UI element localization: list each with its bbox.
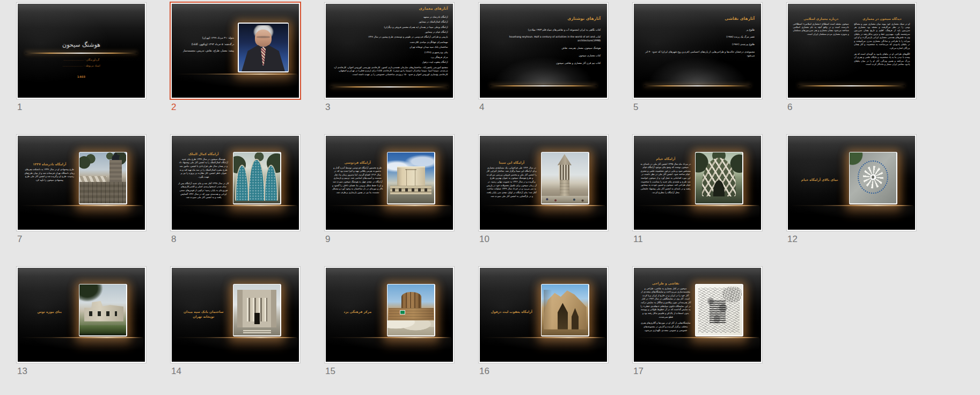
list-item: مهمانسرای جهانگردی میانه‌ی کلاردشت	[331, 41, 448, 43]
list-item: هوشنگ سیحون، معمار، هنرمند، نقاش	[486, 47, 601, 50]
byline: استاد مربوطه : .........................	[18, 64, 145, 67]
glow-shelf	[328, 337, 452, 338]
glow-dome	[495, 57, 591, 85]
slide-canvas: آرامگاه نادرشاه ۱۳۳۷طرح پیشنهادی او در س…	[18, 136, 145, 230]
slide-number: 17	[633, 365, 763, 377]
slide-thumbnail[interactable]: نقاشی و طراحیسیحون در کنار معماری به نقا…	[632, 266, 763, 363]
slide-cell: نقاشی و طراحیسیحون در کنار معماری به نقا…	[632, 266, 763, 377]
glow-shelf	[20, 205, 144, 206]
tus-museum-image	[79, 284, 126, 335]
slide-photo-frame	[695, 284, 743, 337]
list-item: عصر مرگ یک پرنده (۱۹۸۸)	[640, 35, 755, 39]
slide-canvas: آرامگاه کمال الملکهوشنگ سیحون در سال ۱۳۳…	[172, 136, 299, 230]
ferdowsi-tomb-image	[387, 152, 434, 203]
slide-thumbnail[interactable]: آرامگاه خیامدر مرداد ماه سال ۱۳۳۵ انجمن …	[632, 134, 763, 231]
slide-photo-frame	[79, 284, 127, 337]
slide-thumbnail[interactable]: نمای بالای آرامگاه خیام	[786, 134, 917, 231]
slide-number: 8	[171, 233, 301, 245]
body-paragraph: نمایشگاه‌هایی از آثار او در موزه‌ها و گا…	[640, 321, 691, 332]
slide-thumbnail[interactable]: مرکز فرهنگی یزد	[324, 266, 455, 363]
slide-canvas: آثارهای نوشتاریکتاب نگاهی به ایران (مجمو…	[480, 4, 607, 98]
glow-shelf	[174, 74, 298, 75]
photo-caption-label: مرکز فرهنگی یزد	[332, 309, 383, 314]
sepah-bank-image	[233, 284, 280, 335]
slide-number: 15	[325, 365, 455, 377]
slide-thumbnail[interactable]: آرامگاه فردوسیطرح نخستین آرامگاه فردوسی …	[324, 134, 455, 231]
slide-cell: دیدگاه سیحون در معماریاو در سبک معماری خ…	[786, 2, 917, 113]
slide-thumbnail[interactable]: بنای موزه توس	[16, 266, 147, 363]
slide-thumbnail[interactable]: ساختمان بانک سپه میدان توپخانه تهران	[170, 266, 301, 363]
slide-thumbnail[interactable]: آرامگاه کمال الملکهوشنگ سیحون در سال ۱۳۳…	[170, 134, 301, 231]
slide-cell: آرامگاه فردوسیطرح نخستین آرامگاه فردوسی …	[324, 134, 455, 245]
slide-canvas: آثارهای نقاشیطلوع پرعصر مرگ یک پرنده (۱۹…	[634, 4, 761, 98]
photo-art-layer	[710, 300, 726, 323]
slide-thumbnail[interactable]: آرامگاه یعقوب لیث دزفول	[478, 266, 609, 363]
photo-art-layer	[387, 320, 434, 336]
byline: گردآورندگان : .........................	[18, 58, 145, 61]
slide-heading: نقاشی و طراحی	[640, 281, 691, 285]
slide-cell: ساختمان بانک سپه میدان توپخانه تهران14	[170, 266, 301, 377]
glow-shelf	[20, 337, 144, 338]
photo-art-layer	[254, 313, 260, 324]
slide-canvas: بنای موزه توس	[18, 268, 145, 362]
body-paragraph: طرح پیشنهادی او در سال ۱۳۳۷ به دانشکده ه…	[24, 168, 75, 182]
yaqub-tomb-image	[542, 284, 588, 335]
photo-art-layer	[79, 284, 105, 304]
slide-thumbnail[interactable]: آرامگاه ابن سینادر سال ۱۳۲۴ طی فراخوانی،…	[478, 134, 609, 231]
photo-art-layer	[109, 160, 122, 182]
slide-thumbnail[interactable]: متولد: ۳۱ مرداد ۱۲۹۹ (تهران)درگذشته: ۵ خ…	[170, 2, 301, 100]
khayyam-tomb-image	[696, 152, 742, 203]
photo-art-layer	[397, 166, 425, 187]
slide-canvas: آرامگاه فردوسیطرح نخستین آرامگاه فردوسی …	[326, 136, 453, 230]
slide-number: 13	[17, 365, 147, 377]
bio-line: درگذشته: ۵ خرداد ۱۳۹۳ (ونکوور، کانادا)	[177, 43, 234, 46]
slide-thumbnail[interactable]: آثارهای نقاشیطلوع پرعصر مرگ یک پرنده (۱۹…	[632, 2, 763, 99]
nader-tomb-image	[79, 152, 126, 203]
slide-thumbnail[interactable]: آرامگاه نادرشاه ۱۳۳۷طرح پیشنهادی او در س…	[16, 134, 147, 231]
slide-canvas: نمای بالای آرامگاه خیام	[788, 136, 915, 230]
photo-art-layer	[542, 196, 588, 203]
slide-cell: آرامگاه خیامدر مرداد ماه سال ۱۳۳۵ انجمن …	[632, 134, 763, 245]
slide-photo-frame	[233, 284, 281, 337]
bio-line: متولد: ۳۱ مرداد ۱۲۹۹ (تهران)	[177, 36, 234, 39]
slide-thumbnail[interactable]: آثارهای معماریآرامگاه نادرشاه در مشهدآرا…	[324, 2, 455, 99]
slide-photo-frame	[849, 152, 897, 204]
slide-heading: آرامگاه کمال الملک	[178, 152, 229, 156]
slide-canvas: مرکز فرهنگی یزد	[326, 268, 453, 362]
list-item: کتاب houshang seyhoun. Half a century of…	[486, 35, 601, 43]
list-item: طلوع بیرجندی (۱۹۸۶)	[640, 43, 755, 47]
slide-text-block: آرامگاه ابن سینادر سال ۱۳۲۴ طی فراخوانی،…	[486, 160, 537, 201]
slide-canvas: آرامگاه ابن سینادر سال ۱۳۲۴ طی فراخوانی،…	[480, 136, 607, 230]
slide-photo-frame	[233, 152, 281, 204]
slide-thumbnail[interactable]: هوشنگ سیحونگردآورندگان : ...............…	[16, 2, 147, 99]
presentation-title: هوشنگ سیحون	[18, 41, 145, 48]
slide-text-block: نقاشی و طراحیسیحون در کنار معماری به نقا…	[640, 281, 691, 335]
slide-thumbnail[interactable]: دیدگاه سیحون در معماریاو در سبک معماری خ…	[786, 2, 917, 99]
portrait-image	[239, 24, 288, 72]
slide-thumbnail[interactable]: آثارهای نوشتاریکتاب نگاهی به ایران (مجمو…	[478, 2, 609, 99]
photo-art-layer	[89, 311, 117, 317]
slide-canvas: متولد: ۳۱ مرداد ۱۲۹۹ (تهران)درگذشته: ۵ خ…	[172, 4, 299, 98]
slide-heading: آرامگاه فردوسی	[332, 160, 383, 164]
avicenna-tomb-image	[542, 152, 588, 203]
photo-art-layer	[255, 30, 272, 47]
kamal-tomb-image	[233, 152, 280, 203]
body-paragraph: در مرداد ماه سال ۱۳۳۵ انجمن آثار ملی در …	[640, 163, 691, 195]
slide-cell: بنای موزه توس13	[16, 266, 147, 377]
slide-text-block: آرامگاه کمال الملکهوشنگ سیحون در سال ۱۳۳…	[178, 152, 229, 202]
glow-shelf	[637, 337, 760, 338]
slide-number: 14	[171, 365, 301, 377]
text-column-left: درباره معماری اسلامیسیحون معتقد است اصطل…	[793, 17, 849, 39]
slide-number: 7	[17, 233, 147, 245]
slide-cell: آرامگاه یعقوب لیث دزفول16	[478, 266, 609, 377]
bio-text-block: متولد: ۳۱ مرداد ۱۲۹۹ (تهران)درگذشته: ۵ خ…	[177, 36, 234, 56]
slide-heading: آرامگاه ابن سینا	[486, 160, 537, 164]
year-label: 1403	[18, 75, 145, 78]
slide-cell: آثارهای نقاشیطلوع پرعصر مرگ یک پرنده (۱۹…	[632, 2, 763, 113]
list-item: بنای بوذرجمهری (۱۳۴۷)	[331, 51, 448, 54]
photo-art-layer	[560, 180, 569, 196]
slide-canvas: آثارهای معماریآرامگاه نادرشاه در مشهدآرا…	[326, 4, 453, 98]
list-item: مرکز فرهنگی یزد	[331, 56, 448, 58]
slide-canvas: دیدگاه سیحون در معماریاو در سبک معماری خ…	[788, 4, 915, 98]
slide-number: 16	[479, 365, 609, 377]
